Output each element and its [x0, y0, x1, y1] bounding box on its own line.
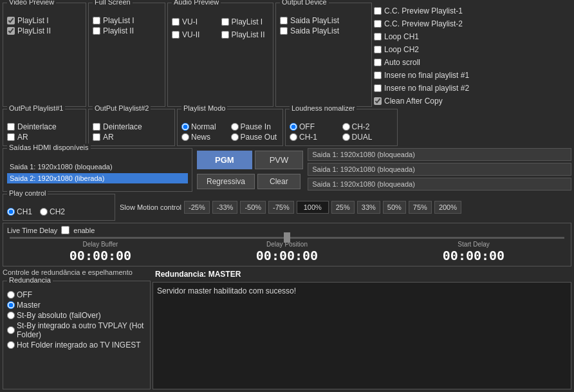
loudness-ch2-radio[interactable] — [342, 123, 350, 131]
live-delay-enable-label: enable — [73, 227, 95, 234]
loudness-ch2-label: CH-2 — [352, 122, 370, 131]
loudness-ch1-label: CH-1 — [299, 133, 317, 142]
pm-pausein-radio[interactable] — [231, 123, 239, 131]
op2-ar-row: AR — [93, 133, 171, 142]
speed-33-button[interactable]: 33% — [357, 201, 380, 214]
clean-after-copy-row: Clean After Copy — [374, 97, 571, 106]
audio-vu2-checkbox[interactable] — [172, 31, 180, 39]
red-master-row: Master — [7, 301, 146, 310]
delay-position-value: 00:00:00 — [256, 248, 318, 263]
output-playlist2-title: OutPut Playlist#2 — [93, 104, 151, 112]
red-stby-row: St-By absoluto (failOver) — [7, 311, 146, 320]
play-ch1-radio[interactable] — [7, 208, 15, 216]
output-device-content: Saida PlayList Saida PlayList — [280, 16, 367, 35]
speed-minus25-button[interactable]: -25% — [184, 201, 210, 214]
op2-ar-checkbox[interactable] — [93, 133, 100, 141]
loudness-off-radio[interactable] — [290, 123, 297, 131]
op1-ar-checkbox[interactable] — [7, 133, 15, 141]
loop-ch1-row: Loop CH1 — [374, 32, 571, 41]
loudness-off-row: OFF — [290, 122, 341, 131]
pgm-pvw-buttons: PGM PVW — [197, 151, 303, 169]
video-playlist1-checkbox[interactable] — [7, 17, 15, 24]
speed-minus33-button[interactable]: -33% — [212, 201, 238, 214]
full-screen-title: Full Screen — [93, 0, 133, 6]
speed-25-button[interactable]: 25% — [331, 201, 355, 214]
hdmi-item-1[interactable]: Saida 1: 1920x1080 (bloqueada) — [7, 162, 188, 172]
speed-75-button[interactable]: 75% — [409, 201, 432, 214]
pgm-button[interactable]: PGM — [197, 151, 252, 169]
output-playlist1-title: OutPut Playlist#1 — [7, 104, 65, 112]
fullscreen-playlist1-checkbox[interactable] — [93, 17, 100, 24]
cc-preview-2-row: C.C. Preview Playlist-2 — [374, 19, 571, 28]
audio-playlist1-row: PlayList I — [221, 17, 270, 26]
loop-ch2-checkbox[interactable] — [374, 46, 382, 53]
play-ch1-row: CH1 — [7, 207, 32, 216]
speed-minus75-button[interactable]: -75% — [268, 201, 294, 214]
play-control-panel: Play control CH1 CH2 — [3, 194, 115, 221]
hdmi-panel: Saídas HDMI disponíveis Saida 1: 1920x10… — [3, 148, 192, 192]
play-ch2-label: CH2 — [50, 207, 65, 216]
red-off-radio[interactable] — [7, 291, 15, 299]
output-saida1-checkbox[interactable] — [280, 17, 288, 24]
audio-playlist1-checkbox[interactable] — [221, 18, 229, 26]
hdmi-status-3: Saida 1: 1920x1080 (bloqueada) — [308, 178, 571, 191]
output-device-title: Output Device — [280, 0, 329, 6]
output-saida2-checkbox[interactable] — [280, 27, 288, 35]
loudness-dual-radio[interactable] — [342, 133, 350, 141]
pm-pausein-label: Pause In — [241, 122, 271, 131]
redundancia-section: Controle de redundância e espelhamento R… — [3, 268, 151, 389]
delay-position-group: Delay Position 00:00:00 — [194, 241, 380, 263]
output-device-panel: Output Device Saida PlayList Saida PlayL… — [275, 3, 372, 107]
clear-button[interactable]: Clear — [257, 174, 301, 189]
pm-normal-radio[interactable] — [181, 123, 189, 131]
red-tvplay-row: St-By integrado a outro TVPLAY (Hot Fold… — [7, 321, 146, 339]
pm-news-row: News — [181, 133, 230, 142]
delay-slider[interactable] — [10, 237, 564, 239]
regressiva-clear-row: Regressiva Clear — [197, 174, 303, 189]
playlist-modo-title: Playlist Modo — [181, 104, 227, 112]
speed-minus50-button[interactable]: -50% — [240, 201, 266, 214]
start-delay-value: 00:00:00 — [443, 248, 505, 263]
pm-news-radio[interactable] — [181, 133, 189, 141]
loop-ch1-label: Loop CH1 — [384, 32, 419, 41]
op1-deinterlace-checkbox[interactable] — [7, 123, 15, 131]
op2-deinterlace-checkbox[interactable] — [93, 123, 100, 131]
cc-preview-2-checkbox[interactable] — [374, 20, 382, 28]
pvw-button[interactable]: PVW — [255, 151, 304, 169]
live-delay-times: Delay Buffer 00:00:00 Delay Position 00:… — [7, 241, 567, 263]
fullscreen-playlist2-label: Playlist II — [103, 26, 134, 35]
auto-scroll-checkbox[interactable] — [374, 59, 382, 66]
hdmi-list: Saida 1: 1920x1080 (bloqueada) Saida 2: … — [7, 162, 188, 183]
audio-playlist2-checkbox[interactable] — [221, 31, 229, 39]
fullscreen-playlist2-checkbox[interactable] — [93, 27, 100, 35]
play-ch2-radio[interactable] — [40, 208, 48, 216]
video-preview-content: PlayList I PlayList II — [7, 16, 82, 35]
insere-2-checkbox[interactable] — [374, 84, 382, 92]
delay-slider-handle[interactable] — [284, 232, 290, 243]
loop-ch1-checkbox[interactable] — [374, 33, 382, 41]
hdmi-item-2[interactable]: Saida 2: 1920x1080 (liberada) — [7, 173, 188, 183]
video-playlist2-checkbox[interactable] — [7, 27, 15, 35]
audio-vu1-checkbox[interactable] — [172, 18, 180, 26]
loudness-ch1-radio[interactable] — [290, 133, 297, 141]
loudness-title: Loudness nomalizer — [290, 104, 356, 112]
live-delay-enable-checkbox[interactable] — [61, 226, 69, 234]
hdmi-status-1: Saida 1: 1920x1080 (bloqueada) — [308, 148, 571, 161]
op1-deinterlace-row: Deinterlace — [7, 122, 82, 131]
loudness-content: OFF CH-2 CH-1 DUAL — [290, 122, 393, 142]
speed-50-button[interactable]: 50% — [383, 201, 406, 214]
loudness-ch1-row: CH-1 — [290, 133, 341, 142]
start-delay-group: Start Delay 00:00:00 — [380, 241, 567, 263]
espelhamento-title: Controle de redundância e espelhamento — [3, 268, 151, 276]
speed-200-button[interactable]: 200% — [434, 201, 461, 214]
insere-1-checkbox[interactable] — [374, 71, 382, 79]
cc-preview-1-checkbox[interactable] — [374, 7, 382, 15]
red-master-radio[interactable] — [7, 301, 15, 309]
regressiva-button[interactable]: Regressiva — [197, 174, 255, 189]
redundancia-sub-panel: Redundancia OFF Master St-By absoluto (f… — [3, 281, 151, 389]
clean-after-copy-checkbox[interactable] — [374, 97, 382, 105]
pm-pauseout-radio[interactable] — [231, 133, 239, 141]
red-tvplay-radio[interactable] — [7, 326, 15, 334]
red-tvingest-radio[interactable] — [7, 341, 15, 349]
red-stby-radio[interactable] — [7, 312, 15, 319]
